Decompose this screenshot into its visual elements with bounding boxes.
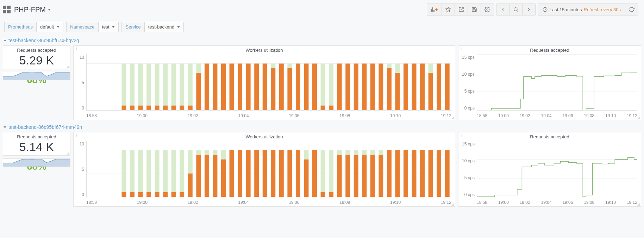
svg-rect-66 bbox=[138, 150, 143, 192]
svg-rect-77 bbox=[180, 192, 184, 197]
svg-rect-34 bbox=[271, 68, 275, 110]
settings-button[interactable] bbox=[481, 4, 494, 15]
panel-requests-accepted-graph[interactable]: i Requests accepted 15 ops10 ops5 ops0 o… bbox=[458, 132, 641, 207]
x-axis: 18:5819:0019:0219:0419:0619:0819:1019:12 bbox=[74, 199, 455, 206]
x-tick: 19:10 bbox=[605, 200, 616, 205]
rows-container: test-backend-86c95bf674-bgv2gRequests ac… bbox=[0, 37, 644, 210]
svg-rect-47 bbox=[354, 64, 358, 111]
svg-rect-105 bbox=[337, 155, 342, 197]
var-prometheus[interactable]: Prometheus default bbox=[4, 22, 63, 32]
panel-avg-utilization-stat[interactable]: Avg Utilization 68% bbox=[3, 158, 70, 167]
share-icon bbox=[458, 7, 464, 12]
refresh-button[interactable] bbox=[625, 4, 638, 15]
time-range-button[interactable]: Last 15 minutes Refresh every 30s bbox=[538, 4, 625, 15]
resize-handle-icon[interactable] bbox=[67, 76, 69, 79]
var-service[interactable]: Service test-backend bbox=[121, 22, 184, 32]
x-tick: 19:12 bbox=[627, 200, 637, 205]
resize-handle-icon[interactable] bbox=[637, 116, 640, 119]
info-icon[interactable]: i bbox=[76, 133, 77, 137]
svg-rect-19 bbox=[180, 64, 184, 106]
svg-rect-43 bbox=[329, 64, 333, 106]
panel-title: Requests accepted bbox=[458, 46, 641, 54]
info-icon[interactable]: i bbox=[461, 133, 462, 137]
svg-rect-17 bbox=[171, 64, 176, 106]
star-icon bbox=[445, 7, 451, 12]
plot[interactable] bbox=[477, 54, 637, 111]
resize-handle-icon[interactable] bbox=[637, 203, 640, 206]
resize-handle-icon[interactable] bbox=[67, 152, 69, 155]
svg-rect-76 bbox=[180, 150, 184, 192]
svg-rect-31 bbox=[254, 64, 259, 111]
time-next-button[interactable] bbox=[523, 4, 536, 15]
plot[interactable] bbox=[477, 141, 637, 197]
svg-rect-122 bbox=[437, 150, 441, 197]
var-namespace[interactable]: Namespace test bbox=[66, 22, 119, 32]
svg-rect-57 bbox=[420, 64, 425, 111]
svg-rect-121 bbox=[429, 150, 433, 197]
svg-rect-72 bbox=[163, 150, 168, 192]
line bbox=[477, 54, 637, 110]
var-label: Namespace bbox=[67, 22, 98, 32]
svg-rect-44 bbox=[329, 106, 333, 110]
x-tick: 19:06 bbox=[562, 113, 573, 118]
svg-rect-114 bbox=[379, 150, 383, 155]
svg-rect-51 bbox=[387, 64, 392, 68]
dashboard-title[interactable]: PHP-FPM bbox=[14, 6, 46, 14]
svg-rect-109 bbox=[354, 155, 358, 197]
top-nav: PHP-FPM + bbox=[0, 0, 644, 19]
resize-handle-icon[interactable] bbox=[67, 65, 69, 68]
var-value[interactable]: default bbox=[37, 22, 63, 32]
resize-handle-icon[interactable] bbox=[67, 163, 69, 166]
svg-rect-118 bbox=[404, 150, 408, 197]
time-prev-button[interactable] bbox=[496, 4, 509, 15]
x-tick: 19:02 bbox=[520, 200, 530, 205]
plot[interactable] bbox=[86, 141, 451, 197]
x-tick: 19:10 bbox=[605, 113, 616, 118]
y-tick: 10 bbox=[80, 142, 84, 146]
row-toggle[interactable]: test-backend-86c95bf674-bgv2g bbox=[0, 37, 644, 45]
svg-rect-99 bbox=[312, 150, 317, 197]
dashboard-icon[interactable] bbox=[3, 6, 11, 13]
panel-requests-accepted-stat[interactable]: Requests accepted 5.29 K bbox=[3, 45, 70, 69]
svg-rect-27 bbox=[221, 64, 226, 111]
share-button[interactable] bbox=[455, 4, 468, 15]
info-icon[interactable]: i bbox=[76, 46, 77, 51]
svg-rect-29 bbox=[238, 64, 242, 111]
save-button[interactable] bbox=[468, 4, 481, 15]
template-vars: Prometheus default Namespace test Servic… bbox=[0, 19, 644, 37]
left-column: Requests accepted 5.14 K Avg Utilization… bbox=[3, 132, 70, 207]
x-tick: 19:06 bbox=[289, 113, 299, 118]
resize-handle-icon[interactable] bbox=[451, 116, 454, 119]
panel-title: Requests accepted bbox=[458, 132, 641, 140]
dashboard-picker-caret-icon[interactable] bbox=[48, 9, 51, 11]
chevron-down-icon bbox=[4, 126, 6, 128]
panel-workers-utilization[interactable]: i Workers utilization 1050 18:5819:0019:… bbox=[73, 132, 455, 207]
panel-requests-accepted-graph[interactable]: i Requests accepted 15 ops10 ops5 ops0 o… bbox=[458, 45, 641, 120]
var-value[interactable]: test-backend bbox=[145, 22, 183, 32]
svg-rect-63 bbox=[121, 192, 126, 197]
svg-rect-79 bbox=[188, 174, 193, 197]
panel-avg-utilization-stat[interactable]: Avg Utilization 68% bbox=[3, 72, 70, 80]
add-panel-button[interactable]: + bbox=[427, 4, 442, 15]
panel-requests-accepted-stat[interactable]: Requests accepted 5.14 K bbox=[3, 132, 70, 156]
refresh-icon bbox=[629, 7, 634, 12]
panel-workers-utilization[interactable]: i Workers utilization 1050 18:5819:0019:… bbox=[73, 45, 455, 120]
svg-rect-71 bbox=[155, 192, 160, 197]
svg-rect-42 bbox=[321, 106, 325, 110]
svg-rect-25 bbox=[205, 64, 209, 111]
info-icon[interactable]: i bbox=[461, 46, 462, 51]
x-tick: 19:02 bbox=[520, 113, 530, 118]
plot[interactable] bbox=[86, 54, 451, 111]
x-tick: 19:08 bbox=[339, 113, 350, 118]
resize-handle-icon[interactable] bbox=[451, 203, 454, 206]
star-button[interactable] bbox=[442, 4, 455, 15]
svg-rect-5 bbox=[121, 64, 126, 106]
x-tick: 19:00 bbox=[137, 113, 148, 118]
row-toggle[interactable]: test-backend-86c95bf674-mm49n bbox=[0, 124, 644, 132]
svg-rect-94 bbox=[279, 150, 284, 197]
svg-rect-13 bbox=[155, 64, 160, 106]
svg-rect-80 bbox=[196, 150, 201, 155]
svg-rect-54 bbox=[395, 73, 400, 110]
zoom-out-button[interactable] bbox=[509, 4, 523, 15]
var-value[interactable]: test bbox=[99, 22, 119, 32]
